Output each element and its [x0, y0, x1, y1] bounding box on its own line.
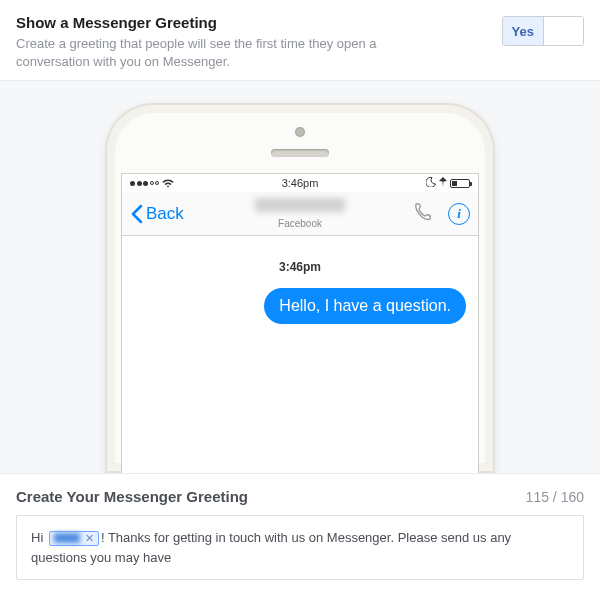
personalization-token[interactable]: ✕ — [49, 531, 99, 546]
battery-icon — [450, 179, 470, 188]
greeting-editor-header: Create Your Messenger Greeting 115 / 160 — [16, 488, 584, 505]
message-row-outgoing: Hello, I have a question. — [134, 288, 466, 324]
wifi-icon — [162, 179, 174, 188]
character-count: 115 / 160 — [526, 489, 584, 505]
greeting-text-input[interactable]: Hi ✕! Thanks for getting in touch with u… — [16, 515, 584, 580]
phone-screen: 3:46pm Back — [121, 173, 479, 474]
camera-icon — [295, 127, 305, 137]
greeting-text-before: Hi — [31, 530, 47, 545]
contact-name-redacted — [255, 198, 345, 212]
toggle-no[interactable] — [544, 17, 584, 45]
outgoing-message-bubble: Hello, I have a question. — [264, 288, 466, 324]
status-bar-left — [130, 179, 174, 188]
token-label-redacted — [54, 533, 80, 543]
speaker-icon — [271, 149, 329, 157]
phone-frame: 3:46pm Back — [105, 103, 495, 473]
toggle-yes[interactable]: Yes — [503, 17, 544, 45]
call-icon[interactable] — [412, 201, 434, 227]
back-label: Back — [146, 204, 184, 224]
phone-inner: 3:46pm Back — [115, 113, 485, 463]
token-remove-icon[interactable]: ✕ — [85, 533, 94, 544]
status-bar: 3:46pm — [122, 174, 478, 192]
greeting-text-after: ! Thanks for getting in touch with us on… — [31, 530, 511, 565]
nav-actions: i — [412, 201, 470, 227]
chat-body: 3:46pm Hello, I have a question. — [122, 236, 478, 348]
status-bar-right — [426, 177, 470, 189]
phone-preview-area: 3:46pm Back — [0, 80, 600, 474]
setting-title: Show a Messenger Greeting — [16, 14, 436, 31]
setting-description: Create a greeting that people will see t… — [16, 35, 436, 70]
moon-icon — [426, 177, 436, 189]
back-button[interactable]: Back — [130, 204, 184, 224]
info-icon[interactable]: i — [448, 203, 470, 225]
signal-icon — [130, 181, 159, 186]
greeting-editor-title: Create Your Messenger Greeting — [16, 488, 248, 505]
messenger-nav-bar: Back Facebook i — [122, 192, 478, 236]
setting-header-text: Show a Messenger Greeting Create a greet… — [16, 14, 436, 70]
greeting-editor-section: Create Your Messenger Greeting 115 / 160… — [0, 474, 600, 580]
status-time: 3:46pm — [282, 177, 319, 189]
chat-timestamp: 3:46pm — [134, 260, 466, 274]
location-icon — [439, 177, 447, 189]
setting-header: Show a Messenger Greeting Create a greet… — [0, 0, 600, 80]
chevron-left-icon — [130, 204, 144, 224]
phone-hardware-top — [115, 127, 485, 157]
greeting-toggle[interactable]: Yes — [502, 16, 584, 46]
